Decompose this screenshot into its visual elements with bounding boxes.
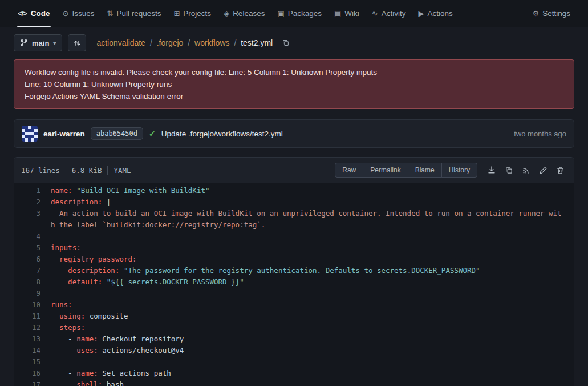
line-number[interactable]: 5 (14, 242, 51, 254)
line-number[interactable]: 9 (14, 288, 51, 299)
commit-author[interactable]: earl-warren (43, 130, 85, 138)
branch-name: main (32, 39, 49, 47)
code-line: 8 default: "${{ secrets.DOCKER_PASSWORD … (14, 276, 574, 288)
nav-item-label: Settings (542, 9, 570, 18)
breadcrumb-segment[interactable]: actionvalidate (96, 38, 145, 47)
code-line: 4 (14, 231, 574, 242)
line-content: An action to build an OCI image with Bui… (51, 208, 574, 231)
line-number[interactable]: 2 (14, 196, 51, 208)
file-language: YAML (113, 166, 131, 175)
line-number[interactable]: 15 (14, 356, 51, 368)
copy-path-button[interactable] (282, 39, 290, 47)
line-content (51, 231, 574, 242)
breadcrumb-separator: / (232, 38, 239, 47)
line-number[interactable]: 6 (14, 254, 51, 265)
raw-button[interactable]: Raw (335, 163, 363, 178)
line-number[interactable]: 16 (14, 368, 51, 379)
code-line: 3 An action to build an OCI image with B… (14, 208, 574, 231)
line-number[interactable]: 17 (14, 379, 51, 386)
error-banner: Workflow config file is invalid. Please … (14, 59, 574, 109)
compare-icon (73, 39, 82, 47)
line-number[interactable]: 12 (14, 322, 51, 333)
line-content: description: | (51, 196, 574, 208)
error-message-line: Forgejo Actions YAML Schema validation e… (25, 90, 563, 102)
blame-button[interactable]: Blame (408, 163, 442, 178)
commit-message[interactable]: Update .forgejo/workflows/test2.yml (161, 130, 283, 138)
commit-status-check-icon[interactable]: ✓ (149, 129, 156, 138)
nav-item-settings[interactable]: ⚙Settings (526, 0, 577, 27)
nav-item-releases[interactable]: ◈Releases (217, 0, 271, 27)
breadcrumb-separator: / (185, 38, 192, 47)
code-line: 12 steps: (14, 322, 574, 333)
file-header: 167 lines 6.8 KiB YAML RawPermalinkBlame… (14, 158, 574, 183)
branch-bar: main ▾ actionvalidate / .forgejo / workf… (0, 27, 588, 58)
line-content: using: composite (51, 311, 574, 322)
rss-feed-button[interactable] (522, 166, 530, 175)
copy-content-button[interactable] (505, 166, 513, 175)
download-button[interactable] (487, 166, 496, 175)
permalink-button[interactable]: Permalink (363, 163, 408, 178)
code-line: 15 (14, 356, 574, 368)
nav-item-code[interactable]: </>Code (11, 0, 56, 27)
nav-item-wiki[interactable]: ▤Wiki (328, 0, 366, 27)
line-number[interactable]: 4 (14, 231, 51, 242)
pencil-icon (539, 166, 548, 175)
actions-icon: ▶ (418, 9, 423, 18)
line-number[interactable]: 1 (14, 185, 51, 196)
nav-item-pull-requests[interactable]: ⇅Pull requests (100, 0, 167, 27)
projects-icon: ⊞ (173, 9, 179, 18)
delete-file-button[interactable] (556, 166, 565, 175)
line-number[interactable]: 8 (14, 276, 51, 288)
nav-item-label: Code (31, 9, 50, 18)
line-content: registry_password: (51, 254, 574, 265)
line-content: inputs: (51, 242, 574, 254)
code-line: 13 - name: Checkout repository (14, 333, 574, 345)
code-line: 2description: | (14, 196, 574, 208)
error-message-line: Line: 10 Column 1: Unknown Property runs (25, 78, 563, 90)
line-number[interactable]: 13 (14, 333, 51, 345)
pull-request-icon: ⇅ (107, 9, 112, 18)
breadcrumb-segment[interactable]: .forgejo (157, 38, 184, 47)
line-number[interactable]: 3 (14, 208, 51, 231)
nav-item-label: Pull requests (116, 9, 161, 18)
chevron-down-icon: ▾ (53, 40, 56, 46)
code-icon: </> (18, 9, 27, 18)
file-lines-count: 167 lines (21, 166, 60, 175)
branch-selector[interactable]: main ▾ (14, 34, 62, 51)
edit-file-button[interactable] (539, 166, 548, 175)
activity-icon: ∿ (372, 9, 378, 18)
packages-icon: ▣ (277, 9, 283, 18)
nav-item-projects[interactable]: ⊞Projects (167, 0, 217, 27)
breadcrumb-file-name: test2.yml (241, 38, 273, 47)
file-size: 6.8 KiB (72, 166, 102, 175)
nav-item-label: Releases (233, 9, 265, 18)
file-view: 167 lines 6.8 KiB YAML RawPermalinkBlame… (14, 157, 574, 386)
meta-divider (66, 166, 66, 175)
breadcrumb-segment[interactable]: workflows (194, 38, 229, 47)
nav-item-activity[interactable]: ∿Activity (366, 0, 412, 27)
repo-tabs: </>Code⊙Issues⇅Pull requests⊞Projects◈Re… (0, 0, 588, 27)
code-line: 16 - name: Set actions path (14, 368, 574, 379)
nav-item-label: Wiki (344, 9, 359, 18)
line-content: steps: (51, 322, 574, 333)
nav-item-actions[interactable]: ▶Actions (412, 0, 459, 27)
avatar[interactable] (22, 126, 38, 142)
line-content: - name: Set actions path (51, 368, 574, 379)
code-viewer: 1name: "Build OCI Image with BuildKit"2d… (14, 183, 574, 386)
code-line: 5inputs: (14, 242, 574, 254)
code-line: 10runs: (14, 299, 574, 311)
line-number[interactable]: 7 (14, 265, 51, 276)
code-line: 6 registry_password: (14, 254, 574, 265)
commit-sha[interactable]: abab65450d (91, 127, 143, 140)
line-content: runs: (51, 299, 574, 311)
line-number[interactable]: 10 (14, 299, 51, 311)
history-button[interactable]: History (441, 163, 477, 178)
line-number[interactable]: 11 (14, 311, 51, 322)
commit-time: two months ago (514, 130, 566, 138)
nav-item-issues[interactable]: ⊙Issues (56, 0, 101, 27)
code-line: 14 uses: actions/checkout@v4 (14, 345, 574, 356)
line-number[interactable]: 14 (14, 345, 51, 356)
nav-item-packages[interactable]: ▣Packages (271, 0, 328, 27)
compare-button[interactable] (68, 34, 86, 51)
line-content: name: "Build OCI Image with BuildKit" (51, 185, 574, 196)
